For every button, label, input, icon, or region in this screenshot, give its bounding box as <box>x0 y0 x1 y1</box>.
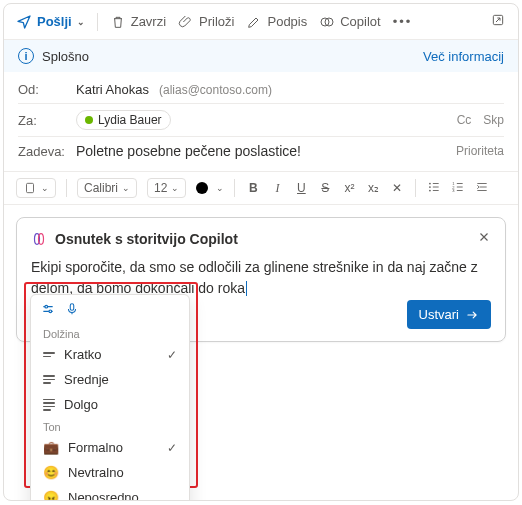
paperclip-icon <box>178 14 194 30</box>
send-icon <box>16 14 32 30</box>
generate-button[interactable]: Ustvari <box>407 300 491 329</box>
send-button[interactable]: Pošlji ⌄ <box>16 14 85 30</box>
voice-tab[interactable] <box>65 302 79 319</box>
more-actions[interactable]: ••• <box>393 14 413 29</box>
italic-button[interactable]: I <box>269 181 285 196</box>
bold-button[interactable]: B <box>245 181 261 195</box>
subject-input[interactable] <box>76 143 446 159</box>
from-name[interactable]: Katri Ahokas <box>76 82 149 97</box>
from-row: Od: Katri Ahokas (alias@contoso.com) <box>18 76 504 104</box>
briefcase-icon: 💼 <box>43 440 59 455</box>
cc-link[interactable]: Cc <box>457 113 472 127</box>
clipboard-icon <box>23 181 37 195</box>
svg-point-6 <box>429 189 431 191</box>
svg-point-14 <box>49 310 52 313</box>
bullets-button[interactable] <box>426 180 442 197</box>
copilot-prompt-text[interactable]: Ekipi sporočite, da smo se odločili za g… <box>31 257 491 299</box>
clear-format-button[interactable]: ✕ <box>389 181 405 195</box>
close-copilot-card[interactable] <box>477 230 491 247</box>
bcc-link[interactable]: Skp <box>483 113 504 127</box>
presence-icon <box>85 116 93 124</box>
svg-point-5 <box>429 186 431 188</box>
svg-rect-15 <box>70 304 74 310</box>
close-icon <box>477 230 491 244</box>
priority-link[interactable]: Prioriteta <box>456 144 504 158</box>
subject-row: Zadeva: Prioriteta <box>18 137 504 165</box>
copilot-button[interactable]: Copilot <box>319 14 380 30</box>
microphone-icon <box>65 302 79 316</box>
sliders-tab[interactable] <box>41 302 55 319</box>
underline-button[interactable]: U <box>293 181 309 195</box>
sensitivity-banner: i Splošno Več informacij <box>4 40 518 72</box>
tone-formal[interactable]: 💼 Formalno✓ <box>31 435 189 460</box>
copilot-card-title: Osnutek s storitvijo Copilot <box>55 231 238 247</box>
banner-label: Splošno <box>42 49 89 64</box>
tone-direct[interactable]: 😠 Neposredno <box>31 485 189 501</box>
trash-icon <box>110 14 126 30</box>
length-long[interactable]: Dolgo <box>31 392 189 417</box>
tone-section-label: Ton <box>31 417 189 435</box>
svg-point-4 <box>429 182 431 184</box>
font-size-select[interactable]: 12⌄ <box>147 178 186 198</box>
numbering-button[interactable]: 123 <box>450 180 466 197</box>
superscript-button[interactable]: x² <box>341 181 357 195</box>
neutral-face-icon: 😊 <box>43 465 59 480</box>
tone-neutral[interactable]: 😊 Nevtralno <box>31 460 189 485</box>
direct-face-icon: 😠 <box>43 490 59 501</box>
font-color[interactable] <box>196 182 208 194</box>
strike-button[interactable]: S <box>317 181 333 195</box>
numbering-icon: 123 <box>451 180 465 194</box>
paste-options[interactable]: ⌄ <box>16 178 56 198</box>
popout-icon <box>490 12 506 28</box>
long-icon <box>43 399 55 411</box>
to-label: Za: <box>18 113 66 128</box>
svg-text:3: 3 <box>453 188 456 193</box>
bullets-icon <box>427 180 441 194</box>
compose-toolbar: Pošlji ⌄ Zavrzi Priloži Podpis Copilot •… <box>4 4 518 40</box>
popout-button[interactable] <box>490 12 506 31</box>
medium-icon <box>43 375 55 384</box>
from-label: Od: <box>18 82 66 97</box>
more-info-link[interactable]: Več informacij <box>423 49 504 64</box>
indent-button[interactable] <box>474 180 490 197</box>
arrow-right-icon <box>465 308 479 322</box>
copilot-icon <box>319 14 335 30</box>
format-toolbar: ⌄ Calibri⌄ 12⌄ ⌄ B I U S x² x₂ ✕ 123 <box>4 171 518 205</box>
to-row: Za: Lydia Bauer Cc Skp <box>18 104 504 137</box>
pen-icon <box>246 14 262 30</box>
font-family-select[interactable]: Calibri⌄ <box>77 178 137 198</box>
svg-point-13 <box>45 305 48 308</box>
signature-button[interactable]: Podpis <box>246 14 307 30</box>
discard-button[interactable]: Zavrzi <box>110 14 166 30</box>
indent-icon <box>475 180 489 194</box>
attach-button[interactable]: Priloži <box>178 14 234 30</box>
short-icon <box>43 352 55 357</box>
recipient-pill[interactable]: Lydia Bauer <box>76 110 171 130</box>
length-section-label: Dolžina <box>31 324 189 342</box>
length-short[interactable]: Kratko✓ <box>31 342 189 367</box>
svg-rect-3 <box>27 183 34 192</box>
copilot-icon <box>31 231 47 247</box>
from-alias: (alias@contoso.com) <box>159 83 272 97</box>
length-medium[interactable]: Srednje <box>31 367 189 392</box>
copilot-options-popup: Dolžina Kratko✓ Srednje Dolgo Ton 💼 Form… <box>30 294 190 501</box>
subject-label: Zadeva: <box>18 144 66 159</box>
sliders-icon <box>41 302 55 316</box>
subscript-button[interactable]: x₂ <box>365 181 381 195</box>
info-icon: i <box>18 48 34 64</box>
